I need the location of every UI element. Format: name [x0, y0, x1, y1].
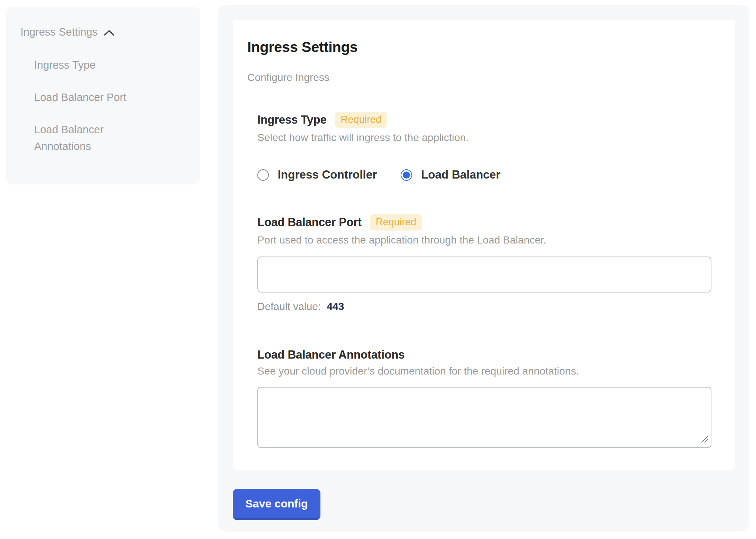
settings-sidebar: Ingress Settings Ingress Type Load Balan… [6, 7, 200, 184]
section-load-balancer-annotations: Load Balancer Annotations See your cloud… [257, 348, 711, 448]
section-title-row: Ingress Type Required [257, 112, 711, 128]
sidebar-section-label: Ingress Settings [20, 26, 98, 38]
annotations-textarea-wrap [257, 387, 711, 448]
sidebar-subitems: Ingress Type Load Balancer Port Load Bal… [20, 57, 189, 155]
section-ingress-type: Ingress Type Required Select how traffic… [257, 112, 711, 182]
required-badge: Required [335, 112, 388, 128]
section-description: See your cloud provider’s documentation … [257, 365, 711, 377]
section-title-row: Load Balancer Annotations [257, 348, 711, 362]
chevron-up-icon [104, 30, 115, 36]
ingress-settings-card: Ingress Settings Configure Ingress Ingre… [233, 20, 735, 470]
required-badge: Required [370, 214, 423, 231]
section-description: Port used to access the application thro… [257, 234, 711, 246]
radio-ingress-controller-unselected-icon[interactable] [257, 169, 269, 181]
load-balancer-port-input[interactable] [257, 257, 711, 293]
radio-option-ingress-controller[interactable]: Ingress Controller [257, 168, 377, 182]
page-subtitle: Configure Ingress [247, 72, 711, 84]
radio-label: Load Balancer [421, 168, 501, 182]
load-balancer-annotations-textarea[interactable] [257, 387, 711, 448]
settings-panel: Ingress Settings Configure Ingress Ingre… [218, 5, 749, 532]
radio-label: Ingress Controller [278, 168, 377, 182]
sidebar-item-load-balancer-annotations[interactable]: Load Balancer Annotations [34, 121, 160, 155]
radio-option-load-balancer[interactable]: Load Balancer [401, 168, 501, 182]
section-title-row: Load Balancer Port Required [257, 214, 711, 231]
default-value-label: Default value: [257, 301, 321, 312]
default-value-line: Default value: 443 [257, 301, 711, 313]
section-title-ingress-type: Ingress Type [257, 113, 327, 127]
save-config-button[interactable]: Save config [233, 489, 320, 520]
section-title-load-balancer-annotations: Load Balancer Annotations [257, 348, 405, 362]
ingress-type-radio-group: Ingress Controller Load Balancer [257, 168, 711, 182]
sidebar-item-load-balancer-port[interactable]: Load Balancer Port [34, 89, 160, 106]
default-value-number: 443 [327, 301, 344, 312]
section-title-load-balancer-port: Load Balancer Port [257, 216, 362, 229]
radio-load-balancer-selected-icon[interactable] [401, 169, 412, 181]
sidebar-item-ingress-type[interactable]: Ingress Type [34, 57, 160, 74]
page-title: Ingress Settings [247, 39, 711, 55]
sidebar-section-ingress-settings[interactable]: Ingress Settings [20, 26, 189, 38]
section-description: Select how traffic will ingress to the a… [257, 132, 711, 144]
section-load-balancer-port: Load Balancer Port Required Port used to… [257, 214, 711, 313]
